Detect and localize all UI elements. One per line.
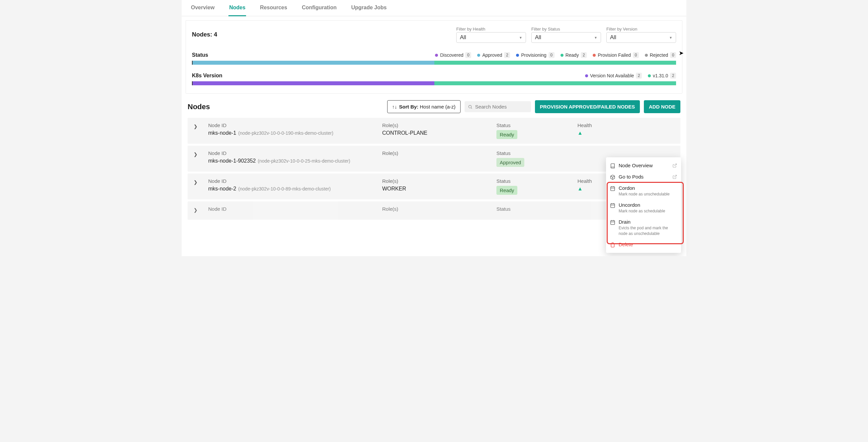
bar-segment <box>193 61 434 65</box>
page: Overview Nodes Resources Configuration U… <box>182 0 686 256</box>
cursor-arrow-icon: ➤ <box>679 49 684 57</box>
filter-health-value: All <box>460 34 466 41</box>
node-subtext: (node-pkz302v-10-0-0-25-mks-demo-cluster… <box>258 158 350 164</box>
status-bar <box>192 61 676 65</box>
svg-line-4 <box>674 175 676 177</box>
legend-count: 2 <box>504 52 510 58</box>
cube-icon <box>610 174 615 180</box>
overview-icon <box>610 163 615 169</box>
nodes-count: Nodes: 4 <box>192 31 217 38</box>
col-node-id-label: Node ID <box>208 206 381 212</box>
filter-status-value: All <box>535 34 541 41</box>
svg-rect-5 <box>611 187 615 191</box>
legend-count: 0 <box>549 52 555 58</box>
legend-dot <box>648 74 651 77</box>
node-subtext: (node-pkz302v-10-0-0-190-mks-demo-cluste… <box>238 130 333 136</box>
expand-toggle[interactable]: ❯ <box>194 207 207 213</box>
menu-cordon[interactable]: Cordon Mark node as unschedulable <box>606 182 681 199</box>
status-legend: Discovered0Approved2Provisioning0Ready2P… <box>435 52 676 58</box>
tab-overview[interactable]: Overview <box>190 0 215 16</box>
legend-label: Provisioning <box>521 53 546 58</box>
legend-label: v1.31.0 <box>653 73 668 78</box>
health-up-icon: ▲ <box>578 130 674 136</box>
legend-count: 0 <box>465 52 471 58</box>
menu-item-desc: Mark node as unschedulable <box>619 192 677 197</box>
legend-label: Ready <box>565 53 579 58</box>
nodes-count-value: 4 <box>214 31 217 38</box>
menu-delete[interactable]: Delete <box>606 239 681 250</box>
expand-toggle[interactable]: ❯ <box>194 179 207 185</box>
legend-dot <box>477 54 480 57</box>
menu-item-desc: Mark node as schedulable <box>619 208 677 214</box>
legend-item: Ready2 <box>560 52 587 58</box>
legend-label: Discovered <box>440 53 463 58</box>
col-roles-label: Role(s) <box>382 150 495 156</box>
node-name: mks-node-1-902352(node-pkz302v-10-0-0-25… <box>208 158 381 164</box>
menu-uncordon[interactable]: Uncordon Mark node as schedulable <box>606 199 681 216</box>
legend-count: 2 <box>581 52 587 58</box>
sort-button[interactable]: ↑↓ Sort By: Host name (a-z) <box>387 100 461 113</box>
tab-nodes[interactable]: Nodes <box>228 0 246 16</box>
svg-line-2 <box>674 164 676 166</box>
legend-dot <box>435 54 438 57</box>
expand-toggle[interactable]: ❯ <box>194 124 207 129</box>
sort-icon: ↑↓ <box>392 104 397 109</box>
tab-resources[interactable]: Resources <box>259 0 288 16</box>
node-name <box>208 214 381 220</box>
nodes-toolbar: Nodes ↑↓ Sort By: Host name (a-z) PROVIS… <box>182 98 686 116</box>
col-status-label: Status <box>496 206 576 212</box>
col-status-label: Status <box>496 178 576 184</box>
calendar-icon <box>610 203 615 208</box>
legend-label: Rejected <box>650 53 668 58</box>
sort-prefix: Sort By: <box>399 104 418 109</box>
nodes-count-label: Nodes: <box>192 31 212 38</box>
status-section-header: Status Discovered0Approved2Provisioning0… <box>192 52 676 59</box>
legend-item: Provision Failed0 <box>593 52 639 58</box>
menu-go-to-pods[interactable]: Go to Pods <box>606 171 681 182</box>
col-status-label: Status <box>496 123 576 128</box>
tab-configuration[interactable]: Configuration <box>301 0 337 16</box>
legend-item: Rejected0 <box>645 52 676 58</box>
add-node-button[interactable]: ADD NODE <box>644 100 680 113</box>
col-roles-label: Role(s) <box>382 178 495 184</box>
col-node-id-label: Node ID <box>208 178 381 184</box>
k8s-legend: Version Not Available2v1.31.02 <box>585 73 676 79</box>
legend-dot <box>593 54 596 57</box>
tab-upgrade-jobs[interactable]: Upgrade Jobs <box>351 0 388 16</box>
dropdown-icon: ▼ <box>519 36 522 39</box>
filter-status-label: Filter by Status <box>531 27 601 32</box>
table-row: ❯Node IDmks-node-1(node-pkz302v-10-0-0-1… <box>188 118 680 144</box>
col-node-id-label: Node ID <box>208 150 381 156</box>
legend-dot <box>585 74 588 77</box>
legend-item: Approved2 <box>477 52 510 58</box>
menu-item-label: Node Overview <box>619 163 669 168</box>
menu-item-desc: Evicts the pod and mark the node as unsc… <box>619 225 677 236</box>
external-link-icon <box>673 174 677 179</box>
status-badge: Approved <box>496 158 524 167</box>
search-icon <box>468 104 472 109</box>
legend-count: 2 <box>636 73 642 79</box>
menu-drain[interactable]: Drain Evicts the pod and mark the node a… <box>606 216 681 239</box>
node-name-text: mks-node-1 <box>208 130 236 136</box>
menu-node-overview[interactable]: Node Overview <box>606 160 681 171</box>
legend-dot <box>516 54 519 57</box>
summary-top-row: Nodes: 4 Filter by Health All ▼ Filter b… <box>192 27 676 43</box>
filter-status-select[interactable]: All ▼ <box>531 32 601 43</box>
filter-version-select[interactable]: All ▼ <box>606 32 676 43</box>
legend-label: Provision Failed <box>598 53 631 58</box>
external-link-icon <box>673 163 677 168</box>
filter-health-select[interactable]: All ▼ <box>456 32 526 43</box>
search-input[interactable] <box>475 104 528 109</box>
summary-panel: Nodes: 4 Filter by Health All ▼ Filter b… <box>186 20 682 94</box>
provision-button[interactable]: PROVISION APPROVED/FAILED NODES <box>535 100 640 113</box>
svg-line-1 <box>471 107 472 108</box>
col-health-label: Health <box>578 123 674 128</box>
node-role: WORKER <box>382 186 495 192</box>
legend-dot <box>560 54 563 57</box>
menu-item-label: Go to Pods <box>619 174 669 179</box>
node-name: mks-node-1(node-pkz302v-10-0-0-190-mks-d… <box>208 130 381 136</box>
expand-toggle[interactable]: ❯ <box>194 151 207 157</box>
nodes-heading: Nodes <box>188 103 210 111</box>
legend-count: 2 <box>670 73 676 79</box>
search-box[interactable] <box>465 101 531 112</box>
